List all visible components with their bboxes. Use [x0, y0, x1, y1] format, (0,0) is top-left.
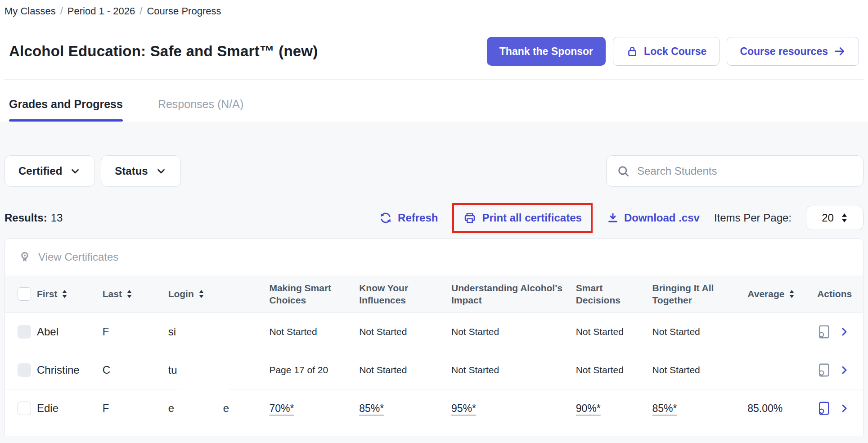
thank-sponsor-button[interactable]: Thank the Sponsor [487, 37, 606, 66]
column-header-last[interactable]: Last [103, 288, 168, 300]
certified-filter-label: Certified [18, 165, 62, 177]
chevron-down-icon [155, 165, 167, 177]
tab-responses[interactable]: Responses (N/A) [158, 98, 243, 122]
refresh-label: Refresh [398, 212, 438, 224]
page-title: Alcohol Education: Safe and Smart™ (new) [9, 43, 318, 60]
tab-bar: Grades and Progress Responses (N/A) [4, 80, 864, 122]
award-icon [18, 251, 31, 263]
row-checkbox [18, 363, 31, 377]
thank-sponsor-label: Thank the Sponsor [499, 45, 593, 58]
row-checkbox[interactable] [18, 402, 31, 415]
breadcrumb-period[interactable]: Period 1 - 2026 [67, 5, 135, 17]
row-expand-chevron[interactable] [839, 326, 850, 337]
course-resources-label: Course resources [740, 45, 828, 58]
view-certificates-label: View Certificates [38, 251, 118, 263]
row-checkbox [18, 325, 31, 339]
table-row: Abel F si Not Started Not Started Not St… [5, 312, 863, 351]
cell-lesson3: Not Started [451, 326, 576, 337]
refresh-icon [379, 211, 392, 225]
sort-icon [789, 290, 795, 298]
breadcrumb-separator: / [139, 5, 142, 17]
certificate-icon[interactable] [817, 401, 831, 416]
column-header-first[interactable]: First [37, 288, 103, 300]
items-per-page-select[interactable]: 20 [806, 206, 864, 230]
cell-first: Edie [37, 402, 103, 415]
lock-course-button[interactable]: Lock Course [613, 37, 720, 66]
search-input[interactable] [637, 165, 853, 177]
breadcrumb-my-classes[interactable]: My Classes [4, 5, 56, 17]
tab-grades-and-progress[interactable]: Grades and Progress [9, 98, 123, 122]
cell-first: Christine [37, 364, 103, 376]
cell-lesson5: Not Started [652, 326, 748, 337]
breadcrumb-current: Course Progress [147, 5, 221, 17]
score-link-lesson5[interactable]: 85%* [652, 402, 677, 414]
certificate-icon [817, 325, 831, 339]
column-header-lesson2: Know Your Influences [359, 282, 451, 307]
score-link-lesson2[interactable]: 85%* [359, 402, 384, 414]
view-certificates-button[interactable]: View Certificates [5, 239, 863, 276]
row-expand-chevron[interactable] [839, 403, 850, 414]
breadcrumb: My Classes / Period 1 - 2026 / Course Pr… [4, 5, 864, 17]
cell-first: Abel [37, 325, 103, 338]
download-csv-label: Download .csv [624, 212, 700, 224]
results-value: 13 [51, 212, 63, 224]
results-label: Results: [4, 212, 47, 224]
cell-average: 85.00% [747, 402, 817, 415]
cell-lesson5: Not Started [652, 365, 748, 375]
toolbar-actions: Refresh Print all certificates Download … [379, 203, 864, 233]
cell-lesson1: Not Started [269, 326, 359, 337]
download-csv-button[interactable]: Download .csv [607, 212, 700, 224]
lock-course-label: Lock Course [644, 45, 706, 58]
certified-filter-dropdown[interactable]: Certified [4, 155, 95, 187]
sort-arrows-icon [841, 213, 848, 222]
score-link-lesson1[interactable]: 70%* [269, 402, 294, 414]
cell-lesson2: Not Started [359, 365, 451, 375]
redaction-overlay [179, 313, 229, 405]
course-resources-button[interactable]: Course resources [727, 37, 859, 66]
column-header-average[interactable]: Average [747, 288, 817, 300]
cell-lesson2: Not Started [359, 326, 451, 337]
header-buttons: Thank the Sponsor Lock Course Course res… [487, 37, 859, 66]
sort-icon [126, 290, 132, 298]
column-header-lesson1: Making Smart Choices [269, 282, 359, 307]
cell-lesson4: Not Started [576, 326, 652, 337]
cell-lesson3: Not Started [451, 365, 576, 375]
table-header-row: First Last Login Making Smart Choices Kn… [5, 276, 863, 312]
page: My Classes / Period 1 - 2026 / Course Pr… [0, 0, 868, 443]
lock-icon [626, 45, 639, 58]
cell-lesson4: Not Started [576, 365, 652, 375]
sort-icon [62, 290, 67, 298]
score-link-lesson4[interactable]: 90%* [576, 402, 601, 414]
column-header-lesson3: Understanding Alcohol's Impact [451, 282, 576, 307]
items-per-page-value: 20 [822, 212, 834, 224]
cell-last: F [103, 325, 168, 338]
print-all-certificates-button[interactable]: Print all certificates [463, 211, 581, 225]
cell-actions [817, 325, 863, 339]
annotation-highlight-box: Print all certificates [452, 203, 592, 233]
cell-actions [817, 363, 863, 377]
column-header-login[interactable]: Login [168, 288, 270, 300]
refresh-button[interactable]: Refresh [379, 211, 438, 225]
cell-actions [817, 401, 863, 416]
column-header-lesson4: Smart Decisions [576, 282, 652, 307]
score-link-lesson3[interactable]: 95%* [451, 402, 476, 414]
column-header-actions: Actions [817, 288, 863, 300]
filters-row: Certified Status [4, 155, 864, 187]
page-header: Alcohol Education: Safe and Smart™ (new)… [9, 37, 859, 66]
download-icon [607, 212, 619, 224]
row-expand-chevron[interactable] [839, 365, 850, 375]
status-filter-dropdown[interactable]: Status [101, 155, 180, 187]
sort-icon [198, 290, 204, 298]
table-row: Edie F e e 70%* 85%* 95%* 90%* 85%* 85.0… [5, 389, 863, 427]
cell-last: F [103, 402, 168, 415]
students-table: View Certificates First Last Login Makin… [4, 238, 864, 436]
arrow-right-icon [833, 45, 846, 58]
status-filter-label: Status [115, 165, 148, 177]
cell-last: C [103, 364, 168, 376]
printer-icon [463, 211, 477, 225]
results-count: Results: 13 [4, 212, 63, 224]
search-icon [616, 164, 630, 178]
chevron-down-icon [69, 165, 81, 177]
items-per-page-label: Items Per Page: [714, 212, 792, 224]
select-all-checkbox[interactable] [18, 287, 31, 301]
